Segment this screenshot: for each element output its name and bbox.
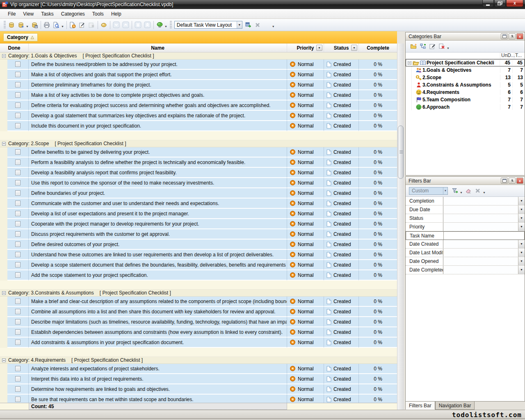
priority-cell[interactable]: Normal (287, 395, 324, 403)
status-cell[interactable]: Created (324, 229, 359, 240)
restore-button[interactable] (494, 0, 506, 7)
status-cell[interactable]: Created (324, 209, 359, 219)
task-name-cell[interactable]: Add constraints & assumptions in your pr… (29, 338, 287, 348)
priority-cell[interactable]: Normal (287, 307, 324, 317)
task-checkbox[interactable] (15, 160, 21, 165)
layout-combo-caret[interactable]: ▼ (237, 21, 242, 28)
tree-item[interactable]: 3.Constraints & Assumptions55 (406, 81, 525, 89)
category-group-header[interactable]: Category: 2.Scope[ Project Specification… (0, 140, 397, 147)
task-name-cell[interactable]: Make a list of objectives and goals that… (29, 70, 287, 80)
filter-value-field[interactable] (443, 197, 518, 205)
status-cell[interactable]: Created (324, 270, 359, 281)
priority-cell[interactable]: Normal (287, 219, 324, 229)
priority-cell[interactable]: Normal (287, 168, 324, 178)
column-header-name[interactable]: Name (29, 43, 287, 52)
status-cell[interactable]: Created (324, 100, 359, 111)
toolbar-button-delete-category[interactable] (437, 42, 447, 51)
toolbar-button-new-task[interactable] (68, 21, 78, 30)
task-name-cell[interactable]: Include this document in your project sp… (29, 121, 287, 131)
task-name-cell[interactable]: Combine all assumptions into a list and … (29, 307, 287, 317)
toolbar-button-highlight[interactable] (155, 21, 164, 30)
status-cell[interactable]: Created (324, 111, 359, 121)
filters-pin-button[interactable] (509, 178, 516, 184)
menu-tools[interactable]: Tools (89, 10, 107, 18)
toolbar-button-caret-only[interactable] (262, 21, 272, 30)
collapse-group-icon[interactable] (2, 142, 6, 146)
task-checkbox[interactable] (15, 262, 21, 267)
tree-root-item[interactable]: Project Specification Checkli4545 (406, 59, 525, 66)
collapse-group-icon[interactable] (2, 54, 6, 58)
priority-cell[interactable]: Normal (287, 338, 324, 348)
toolbar-button-apply-filter[interactable] (450, 186, 460, 195)
status-cell[interactable]: Created (324, 147, 359, 158)
task-name-cell[interactable]: Be sure that requirements can be met wit… (29, 395, 287, 403)
collapse-tree-icon[interactable] (408, 61, 411, 65)
menu-categories[interactable]: Categories (57, 10, 89, 18)
priority-cell[interactable]: Normal (287, 100, 324, 111)
task-name-cell[interactable]: Add the scope statement to your project … (29, 270, 287, 281)
task-name-cell[interactable]: Perform a feasibility analysis to define… (29, 158, 287, 168)
filter-value-field[interactable] (443, 214, 518, 222)
task-name-cell[interactable]: Make a brief and clear-cut description o… (29, 297, 287, 307)
categories-close-button[interactable]: x (516, 33, 523, 39)
priority-cell[interactable]: Normal (287, 327, 324, 338)
priority-cell[interactable]: Normal (287, 70, 324, 80)
filter-row-date-created[interactable]: Date Created▼ (406, 240, 525, 249)
task-name-cell[interactable]: Use this report to convince the sponsor … (29, 178, 287, 188)
task-checkbox[interactable] (15, 386, 21, 392)
tree-item[interactable]: 2.Scope1313 (406, 74, 525, 81)
toolbar-button-clear-filter[interactable] (473, 186, 483, 195)
layout-combo[interactable]: Default Task View Layout▼ (174, 21, 242, 29)
task-name-cell[interactable]: Develop a feasibility analysis report th… (29, 168, 287, 178)
task-checkbox[interactable] (15, 319, 21, 324)
minimize-button[interactable] (482, 0, 494, 7)
task-checkbox[interactable] (15, 366, 21, 371)
task-checkbox[interactable] (15, 299, 21, 304)
filter-value-field[interactable] (443, 223, 518, 231)
toolbar-button-apply-layout[interactable] (244, 21, 253, 30)
status-cell[interactable]: Created (324, 364, 359, 374)
task-name-cell[interactable]: Cooperate with the project manager to de… (29, 219, 287, 229)
filter-value-field[interactable] (443, 205, 518, 214)
priority-filter-dropdown[interactable]: ▼ (316, 45, 322, 51)
column-header-status[interactable]: Status ▼ (324, 43, 359, 52)
status-cell[interactable]: Created (324, 199, 359, 209)
task-checkbox[interactable] (15, 190, 21, 196)
task-checkbox[interactable] (15, 309, 21, 314)
toolbar-button-print[interactable] (42, 21, 52, 30)
apply-filter-caret[interactable]: ▼ (460, 191, 463, 194)
categories-toolbar-caret[interactable]: ▼ (447, 47, 450, 50)
task-checkbox[interactable] (15, 376, 21, 381)
toolbar-button-new-category[interactable] (409, 42, 418, 51)
priority-cell[interactable]: Normal (287, 199, 324, 209)
filter-row-due-date[interactable]: Due Date▼ (406, 205, 525, 214)
task-name-cell[interactable]: Define benefits to be gained by deliveri… (29, 147, 287, 158)
filter-value-field[interactable] (443, 257, 518, 265)
filter-value-field[interactable] (443, 249, 518, 257)
filter-dropdown-button[interactable]: ▼ (518, 240, 525, 248)
status-cell[interactable]: Created (324, 317, 359, 327)
brand-link[interactable]: todolistsoft.com (452, 411, 522, 419)
task-name-cell[interactable]: Develop a scope statement document that … (29, 260, 287, 270)
task-name-cell[interactable]: Determine preliminary timeframes for doi… (29, 80, 287, 90)
status-filter-dropdown[interactable]: ▼ (351, 45, 357, 51)
column-header-priority[interactable]: Priority ▼ (287, 43, 324, 52)
task-checkbox[interactable] (15, 221, 21, 226)
priority-cell[interactable]: Normal (287, 158, 324, 168)
priority-cell[interactable]: Normal (287, 374, 324, 384)
tab-filters-bar[interactable]: Filters Bar (405, 402, 435, 410)
status-cell[interactable]: Created (324, 121, 359, 131)
menu-help[interactable]: Help (107, 10, 125, 18)
task-name-cell[interactable]: Determine how requirements are linked to… (29, 384, 287, 395)
priority-cell[interactable]: Normal (287, 111, 324, 121)
filter-dropdown-button[interactable]: ▼ (518, 257, 525, 265)
toolbar-button-new-database[interactable] (7, 21, 16, 30)
status-cell[interactable]: Created (324, 158, 359, 168)
task-name-cell[interactable]: Interpret this data into a list of proje… (29, 374, 287, 384)
task-name-cell[interactable]: Make a list of key activities to be done… (29, 90, 287, 100)
task-checkbox[interactable] (15, 180, 21, 185)
tree-item[interactable]: 4.Requirements66 (406, 89, 525, 96)
tree-item[interactable]: 5.Team Composition77 (406, 96, 525, 103)
task-checkbox[interactable] (15, 397, 21, 402)
task-name-cell[interactable]: Understand how these outcomes are linked… (29, 250, 287, 260)
